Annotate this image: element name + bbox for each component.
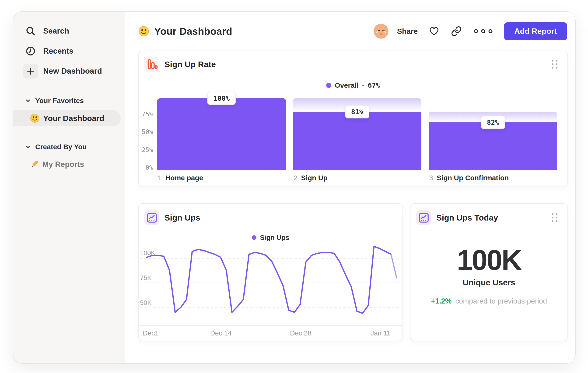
header-actions: Share <box>374 22 567 40</box>
more-options-icon[interactable] <box>473 25 494 37</box>
sidebar-item-label: My Reports <box>42 160 84 169</box>
avatar[interactable] <box>374 24 388 39</box>
funnel-legend: Overall • 67% <box>139 78 567 92</box>
signups-today-card: Sign Ups Today 100K Unique Users +1.2% c… <box>410 203 568 341</box>
metric-delta-note: compared to previous period <box>455 297 547 305</box>
share-button[interactable]: Share <box>397 27 418 36</box>
funnel-bar-3: 82%3Sign Up Confirmation <box>429 98 557 170</box>
page-title-wrap: Your Dashboard <box>138 26 232 37</box>
sidebar-item-search[interactable]: Search <box>13 21 125 41</box>
add-report-button[interactable]: Add Report <box>504 22 567 40</box>
funnel-step-label: 3Sign Up Confirmation <box>429 174 509 182</box>
signup-rate-card: Sign Up Rate Overall • 67% 0%25%50%75% 1… <box>138 50 568 187</box>
page: Search Recents New Dashboard <box>0 0 588 373</box>
metric-delta-row: +1.2% compared to previous period <box>431 297 547 305</box>
metric-value: 100K <box>457 244 521 276</box>
dashboard-header: Your Dashboard Share <box>138 22 567 40</box>
pencil-emoji-icon <box>30 160 39 169</box>
signups-x-axis: Dec1Dec 14Dec 28Jan 11 <box>139 325 402 341</box>
signups-line-chart: 100K75K50K <box>139 243 402 325</box>
legend-separator: • <box>362 81 364 89</box>
metric-delta: +1.2% <box>431 297 452 305</box>
sidebar-item-new-dashboard[interactable]: New Dashboard <box>13 61 125 81</box>
search-icon <box>23 24 38 39</box>
sidebar-item-label: Search <box>43 27 69 35</box>
funnel-step-label: 2Sign Up <box>294 174 328 182</box>
funnel-value-badge: 82% <box>481 116 505 129</box>
section-your-favorites[interactable]: Your Favorites <box>13 93 125 108</box>
section-created-by-you[interactable]: Created By You <box>13 139 125 154</box>
legend-series: Overall <box>335 81 359 89</box>
copy-link-icon[interactable] <box>450 25 462 37</box>
main-content: Your Dashboard Share <box>125 12 575 363</box>
metric-body: 100K Unique Users +1.2% compared to prev… <box>410 232 567 341</box>
sidebar: Search Recents New Dashboard <box>13 12 125 363</box>
section-title: Created By You <box>35 143 87 151</box>
signups-legend: Sign Ups <box>139 232 402 243</box>
clock-icon <box>23 44 38 59</box>
card-title: Sign Ups Today <box>436 213 498 222</box>
line-chart-icon <box>416 210 431 225</box>
signups-today-card-header: Sign Ups Today <box>410 204 567 232</box>
app-window: Search Recents New Dashboard <box>13 11 576 364</box>
funnel-value-badge: 81% <box>345 105 369 118</box>
funnel-step-label: 1Home page <box>158 174 203 182</box>
card-title: Sign Up Rate <box>165 60 216 69</box>
plus-icon <box>23 64 38 79</box>
drag-handle-icon[interactable] <box>552 213 558 222</box>
funnel-columns: 100%1Home page81%2Sign Up82%3Sign Up Con… <box>157 98 557 170</box>
legend-series: Sign Ups <box>260 234 289 242</box>
chevron-down-icon <box>25 144 31 150</box>
smiley-emoji-icon <box>138 26 149 37</box>
funnel-bar-1: 100%1Home page <box>157 98 286 170</box>
signups-card-header: Sign Ups <box>139 204 402 232</box>
sidebar-item-label: Your Dashboard <box>43 114 104 123</box>
funnel-plot: 0%25%50%75% 100%1Home page81%2Sign Up82%… <box>139 92 567 186</box>
funnel-bar-2: 81%2Sign Up <box>293 98 422 170</box>
favorite-heart-icon[interactable] <box>428 25 440 37</box>
sidebar-item-recents[interactable]: Recents <box>13 41 125 61</box>
metric-label: Unique Users <box>463 278 515 287</box>
legend-dot-icon <box>252 235 256 240</box>
chevron-down-icon <box>25 98 31 104</box>
drag-handle-icon[interactable] <box>552 60 558 69</box>
signup-rate-card-header: Sign Up Rate <box>139 51 567 78</box>
sidebar-item-label: New Dashboard <box>43 67 102 76</box>
sidebar-item-label: Recents <box>43 47 74 55</box>
page-title: Your Dashboard <box>154 26 232 37</box>
funnel-value-badge: 100% <box>207 92 236 105</box>
smiley-emoji-icon <box>30 113 39 123</box>
legend-value: 67% <box>368 81 380 89</box>
card-title: Sign Ups <box>165 213 200 222</box>
signups-card: Sign Ups Sign Ups 100K75K50K Dec1Dec 14D… <box>138 203 403 341</box>
sidebar-item-your-dashboard[interactable]: Your Dashboard <box>13 110 121 126</box>
bar-chart-icon <box>144 57 159 72</box>
legend-dot-icon <box>326 83 331 88</box>
funnel-y-axis: 0%25%50%75% <box>139 98 153 170</box>
section-title: Your Favorites <box>35 97 84 105</box>
sidebar-item-my-reports[interactable]: My Reports <box>13 156 125 172</box>
line-chart-icon <box>144 210 159 225</box>
